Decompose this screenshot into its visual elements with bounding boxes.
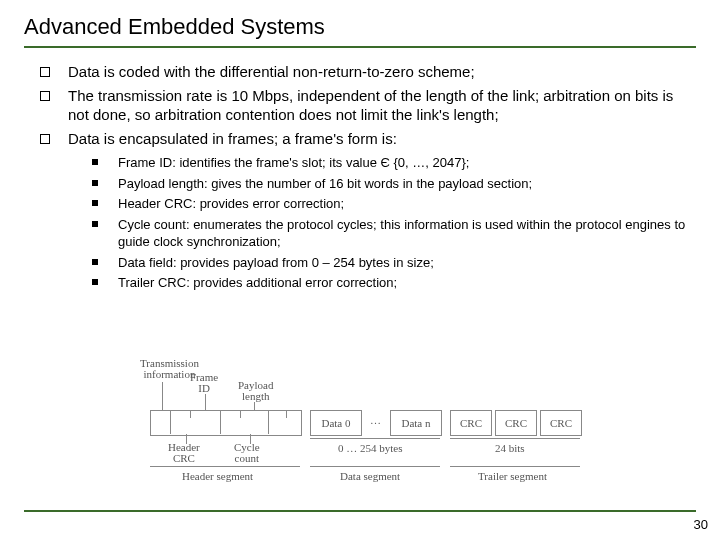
list-item: The transmission rate is 10 Mbps, indepe… <box>40 86 696 125</box>
label-dots: … <box>370 414 381 426</box>
label-trailer-segment: Trailer segment <box>478 470 547 482</box>
list-item: Payload length: gives the number of 16 b… <box>92 175 696 193</box>
range-line <box>450 438 580 439</box>
sub-text: Header CRC: provides error correction; <box>118 196 344 211</box>
leader-line <box>162 382 163 410</box>
label-cycle-count: Cycle count <box>234 442 260 464</box>
sub-text: Payload length: gives the number of 16 b… <box>118 176 532 191</box>
label-header-crc: Header CRC <box>168 442 200 464</box>
frame-diagram: Transmission information Frame ID Payloa… <box>150 380 620 500</box>
label-payload-length: Payload length <box>238 380 273 402</box>
sub-text: Cycle count: enumerates the protocol cyc… <box>118 217 685 250</box>
bullet-text: The transmission rate is 10 Mbps, indepe… <box>68 87 673 124</box>
tick <box>190 410 191 418</box>
list-item: Data is encapsulated in frames; a frame'… <box>40 129 696 292</box>
list-item: Cycle count: enumerates the protocol cyc… <box>92 216 696 251</box>
sub-text: Frame ID: identifies the frame's slot; i… <box>118 155 469 170</box>
list-item: Trailer CRC: provides additional error c… <box>92 274 696 292</box>
leader-line <box>254 402 255 410</box>
footer-rule <box>24 510 696 512</box>
segment-line <box>150 466 300 467</box>
slide-container: Advanced Embedded Systems Data is coded … <box>0 0 720 540</box>
segment-line <box>450 466 580 467</box>
tick <box>240 410 241 418</box>
slide-title: Advanced Embedded Systems <box>24 10 696 48</box>
label-data-segment: Data segment <box>340 470 400 482</box>
bullet-text: Data is encapsulated in frames; a frame'… <box>68 130 397 147</box>
page-number: 30 <box>694 517 708 532</box>
label-frame-id: Frame ID <box>190 372 218 394</box>
cell-crc: CRC <box>450 410 492 436</box>
range-line <box>310 438 440 439</box>
list-item: Frame ID: identifies the frame's slot; i… <box>92 154 696 172</box>
header-box <box>150 410 302 436</box>
sub-text: Trailer CRC: provides additional error c… <box>118 275 397 290</box>
tick <box>170 410 171 434</box>
list-item: Header CRC: provides error correction; <box>92 195 696 213</box>
label-bytes-range: 0 … 254 bytes <box>338 442 402 454</box>
tick <box>286 410 287 418</box>
cell-crc: CRC <box>495 410 537 436</box>
cell-datan: Data n <box>390 410 442 436</box>
cell-crc: CRC <box>540 410 582 436</box>
sub-list: Frame ID: identifies the frame's slot; i… <box>68 154 696 292</box>
tick <box>220 410 221 434</box>
bullet-text: Data is coded with the differential non-… <box>68 63 475 80</box>
bullet-list: Data is coded with the differential non-… <box>24 62 696 292</box>
segment-line <box>310 466 440 467</box>
label-24bits: 24 bits <box>495 442 525 454</box>
cell-data0: Data 0 <box>310 410 362 436</box>
leader-line <box>205 394 206 410</box>
tick <box>268 410 269 434</box>
list-item: Data field: provides payload from 0 – 25… <box>92 254 696 272</box>
sub-text: Data field: provides payload from 0 – 25… <box>118 255 434 270</box>
list-item: Data is coded with the differential non-… <box>40 62 696 82</box>
label-header-segment: Header segment <box>182 470 253 482</box>
